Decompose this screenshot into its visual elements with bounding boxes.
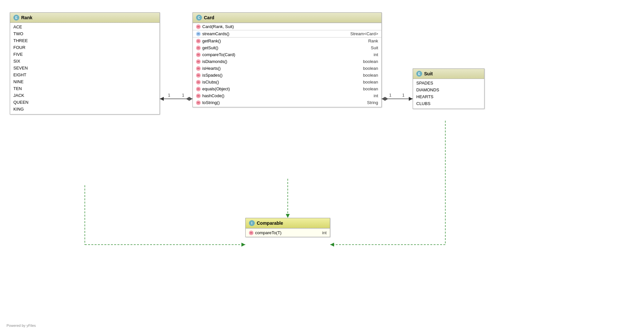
- comparable-class-header: I Comparable: [246, 218, 330, 228]
- svg-text:1: 1: [389, 93, 391, 98]
- rank-field-ten: TEN: [10, 85, 160, 92]
- rank-field-four: FOUR: [10, 44, 160, 51]
- comparable-compareto-icon: m: [249, 231, 253, 235]
- card-tostring-icon: m: [196, 100, 201, 105]
- card-getrank-row: m getRank() Rank: [193, 38, 381, 44]
- card-tostring-row: m toString() String: [193, 99, 381, 107]
- svg-marker-14: [286, 214, 290, 218]
- card-constructor-icon: m: [196, 24, 201, 29]
- card-ishearts-icon: m: [196, 66, 201, 71]
- svg-marker-12: [241, 243, 245, 247]
- rank-field-five: FIVE: [10, 51, 160, 58]
- suit-field-diamonds: DIAMONDS: [413, 86, 484, 93]
- suit-type-icon: E: [416, 71, 422, 77]
- card-compareto-icon: m: [196, 53, 201, 57]
- card-constructor-section: m Card(Rank, Suit): [193, 23, 381, 30]
- svg-marker-2: [186, 97, 192, 101]
- svg-text:1: 1: [168, 93, 170, 98]
- card-hashcode-row: m hashCode() int: [193, 92, 381, 99]
- card-constructor-row: m Card(Rank, Suit): [193, 23, 381, 30]
- card-streamcards-row: m streamCards() Stream<Card>: [193, 30, 381, 37]
- card-hashcode-icon: m: [196, 94, 201, 98]
- rank-class-box: E Rank ACE TWO THREE FOUR FIVE SIX SE: [10, 12, 160, 114]
- card-methods-section: m getRank() Rank m getSuit() Suit m comp…: [193, 37, 381, 107]
- svg-marker-7: [382, 97, 388, 101]
- svg-text:1: 1: [182, 93, 184, 98]
- comparable-type-icon: I: [249, 220, 255, 226]
- card-compareto-row: m compareTo(Card) int: [193, 51, 381, 58]
- rank-field-jack: JACK: [10, 92, 160, 99]
- rank-field-three: THREE: [10, 37, 160, 44]
- svg-marker-1: [160, 97, 164, 101]
- card-class-box: C Card m Card(Rank, Suit) m streamCards(…: [192, 12, 382, 107]
- rank-field-seven: SEVEN: [10, 65, 160, 71]
- suit-class-name: Suit: [424, 71, 433, 76]
- card-class-header: C Card: [193, 13, 381, 23]
- card-isspades-icon: m: [196, 73, 201, 78]
- suit-class-header: E Suit: [413, 69, 484, 79]
- comparable-compareto-row: m compareTo(T) int: [246, 229, 330, 237]
- card-isspades-row: m isSpades() boolean: [193, 72, 381, 79]
- suit-field-clubs: CLUBS: [413, 100, 484, 109]
- svg-text:1: 1: [402, 93, 405, 98]
- suit-class-body: SPADES DIAMONDS HEARTS CLUBS: [413, 79, 484, 109]
- suit-field-hearts: HEARTS: [413, 93, 484, 100]
- rank-type-icon: E: [13, 15, 19, 21]
- card-isclubs-icon: m: [196, 80, 201, 84]
- comparable-class-name: Comparable: [257, 220, 283, 226]
- card-equals-icon: m: [196, 87, 201, 91]
- card-ishearts-row: m isHearts() boolean: [193, 65, 381, 72]
- diagram-container: 1 1 1 1 E Rank: [0, 0, 644, 334]
- svg-marker-17: [330, 243, 334, 247]
- card-isdiamonds-row: m isDiamonds() boolean: [193, 58, 381, 65]
- suit-class-box: E Suit SPADES DIAMONDS HEARTS CLUBS: [413, 68, 484, 109]
- card-getsuit-row: m getSuit() Suit: [193, 44, 381, 51]
- suit-field-spades: SPADES: [413, 79, 484, 86]
- rank-class-name: Rank: [21, 15, 32, 20]
- card-getsuit-icon: m: [196, 46, 201, 50]
- rank-field-eight: EIGHT: [10, 71, 160, 78]
- rank-class-body: ACE TWO THREE FOUR FIVE SIX SEVEN EIGHT: [10, 23, 160, 114]
- rank-class-header: E Rank: [10, 13, 160, 23]
- rank-field-two: TWO: [10, 30, 160, 37]
- svg-marker-6: [409, 97, 413, 101]
- card-static-section: m streamCards() Stream<Card>: [193, 30, 381, 37]
- card-type-icon: C: [196, 15, 202, 21]
- card-getrank-icon: m: [196, 39, 201, 43]
- rank-field-king: KING: [10, 106, 160, 114]
- rank-field-queen: QUEEN: [10, 99, 160, 106]
- card-isdiamonds-icon: m: [196, 59, 201, 64]
- comparable-class-box: I Comparable m compareTo(T) int: [245, 218, 330, 237]
- rank-field-six: SIX: [10, 58, 160, 65]
- powered-by-label: Powered by yFiles: [7, 324, 36, 327]
- comparable-class-body: m compareTo(T) int: [246, 228, 330, 237]
- card-equals-row: m equals(Object) boolean: [193, 85, 381, 92]
- card-class-name: Card: [204, 15, 214, 20]
- rank-field-ace: ACE: [10, 23, 160, 30]
- card-isclubs-row: m isClubs() boolean: [193, 79, 381, 85]
- rank-field-nine: NINE: [10, 78, 160, 85]
- card-streamcards-icon: m: [196, 32, 201, 36]
